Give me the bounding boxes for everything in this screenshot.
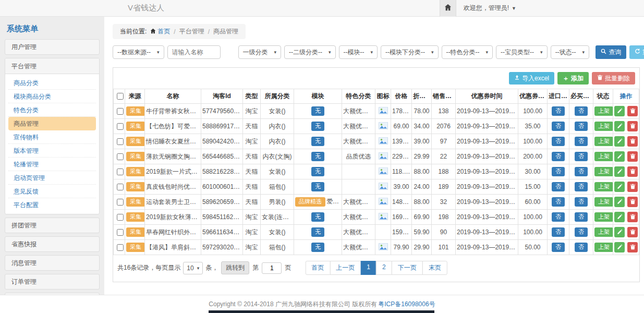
- delete-button[interactable]: [627, 197, 638, 207]
- breadcrumb-home-link[interactable]: 首页: [150, 27, 170, 36]
- sidebar-group[interactable]: 平台管理: [5, 58, 99, 74]
- sidebar-item-宣传物料[interactable]: 宣传物料: [8, 130, 96, 144]
- sidebar-item-商品分类[interactable]: 商品分类: [8, 76, 96, 90]
- mustbuy-toggle[interactable]: 否: [575, 122, 588, 130]
- filter-select[interactable]: --二级分类--▾: [284, 45, 336, 59]
- delete-button[interactable]: [627, 106, 638, 116]
- status-toggle[interactable]: 上架: [594, 182, 613, 191]
- product-image-icon[interactable]: [379, 169, 388, 176]
- module-badge[interactable]: 无: [311, 152, 324, 161]
- name-search-input[interactable]: [167, 45, 221, 59]
- import-toggle[interactable]: 否: [552, 212, 565, 221]
- sidebar-group[interactable]: 拼团管理: [5, 218, 100, 233]
- product-image-icon[interactable]: [379, 109, 388, 116]
- filter-select[interactable]: 一级分类▾: [238, 45, 282, 59]
- batch-delete-button[interactable]: 批量删除: [592, 72, 635, 85]
- module-badge[interactable]: 无: [311, 182, 324, 191]
- edit-button[interactable]: [614, 242, 625, 252]
- delete-button[interactable]: [627, 227, 638, 237]
- mustbuy-toggle[interactable]: 否: [575, 137, 588, 146]
- sidebar-item-模块商品分类[interactable]: 模块商品分类: [8, 90, 96, 103]
- import-toggle[interactable]: 否: [552, 106, 565, 115]
- edit-button[interactable]: [614, 197, 625, 207]
- sidebar-item-商品管理[interactable]: 商品管理: [8, 117, 96, 130]
- module-badge[interactable]: 无: [311, 243, 324, 251]
- edit-button[interactable]: [614, 166, 625, 177]
- import-toggle[interactable]: 否: [552, 122, 565, 130]
- product-image-icon[interactable]: [379, 154, 388, 161]
- import-toggle[interactable]: 否: [552, 152, 565, 161]
- breadcrumb-section[interactable]: 平台管理: [179, 27, 204, 36]
- sidebar-group[interactable]: 兑换管理: [5, 293, 100, 295]
- edit-button[interactable]: [614, 106, 625, 116]
- home-button[interactable]: [440, 0, 456, 17]
- add-button[interactable]: ＋ 添加: [557, 72, 589, 85]
- mustbuy-toggle[interactable]: 否: [575, 212, 588, 221]
- status-toggle[interactable]: 上架: [594, 167, 613, 176]
- select-all-checkbox[interactable]: [117, 93, 124, 100]
- icp-link[interactable]: 粤ICP备16098006号: [378, 300, 435, 309]
- edit-button[interactable]: [614, 182, 625, 192]
- import-toggle[interactable]: 否: [552, 137, 565, 146]
- module-badge[interactable]: 无: [311, 227, 324, 236]
- pager-item-首页[interactable]: 首页: [305, 261, 330, 275]
- mustbuy-toggle[interactable]: 否: [575, 182, 588, 191]
- delete-button[interactable]: [627, 182, 638, 192]
- edit-button[interactable]: [614, 121, 625, 131]
- reset-button[interactable]: 重置: [629, 45, 644, 59]
- sidebar-group[interactable]: 用户管理: [5, 39, 100, 55]
- module-badge[interactable]: 无: [311, 122, 324, 130]
- search-button[interactable]: 查询: [596, 45, 626, 59]
- row-checkbox[interactable]: [117, 138, 124, 145]
- import-toggle[interactable]: 否: [552, 197, 565, 206]
- module-badge[interactable]: 无: [311, 137, 324, 146]
- sidebar-item-轮播管理[interactable]: 轮播管理: [8, 158, 96, 171]
- edit-button[interactable]: [614, 136, 625, 147]
- module-badge[interactable]: 品牌精选: [295, 197, 325, 206]
- sidebar-group[interactable]: 订单管理: [5, 274, 100, 290]
- sidebar-item-版本管理[interactable]: 版本管理: [8, 144, 96, 158]
- product-image-icon[interactable]: [379, 184, 388, 191]
- row-checkbox[interactable]: [117, 214, 124, 221]
- mustbuy-toggle[interactable]: 否: [575, 152, 588, 161]
- status-toggle[interactable]: 上架: [594, 197, 613, 206]
- jump-button[interactable]: 跳转到: [221, 261, 249, 274]
- import-toggle[interactable]: 否: [552, 227, 565, 236]
- row-checkbox[interactable]: [117, 184, 124, 190]
- edit-button[interactable]: [614, 227, 625, 237]
- sidebar-item-启动页管理[interactable]: 启动页管理: [8, 171, 96, 185]
- filter-select[interactable]: --特色分类--▾: [442, 45, 493, 59]
- status-toggle[interactable]: 上架: [594, 243, 613, 251]
- row-checkbox[interactable]: [117, 229, 124, 236]
- mustbuy-toggle[interactable]: 否: [575, 197, 588, 206]
- user-menu[interactable]: 欢迎您，管理员! ▼: [464, 4, 516, 13]
- filter-select[interactable]: --状态--▾: [551, 45, 590, 59]
- product-image-icon[interactable]: [379, 124, 388, 131]
- status-toggle[interactable]: 上架: [594, 106, 613, 115]
- sidebar-group[interactable]: 消息管理: [5, 255, 100, 271]
- filter-select[interactable]: --模块--▾: [339, 45, 378, 59]
- delete-button[interactable]: [627, 212, 638, 222]
- import-excel-button[interactable]: 导入excel: [509, 72, 554, 85]
- pager-item-下一页[interactable]: 下一页: [392, 261, 423, 275]
- pager-item-上一页[interactable]: 上一页: [330, 261, 361, 275]
- row-checkbox[interactable]: [117, 199, 124, 206]
- import-toggle[interactable]: 否: [552, 182, 565, 191]
- delete-button[interactable]: [627, 121, 638, 131]
- delete-button[interactable]: [627, 151, 638, 162]
- module-badge[interactable]: 无: [311, 106, 324, 115]
- page-number-input[interactable]: [262, 262, 282, 274]
- import-toggle[interactable]: 否: [552, 167, 565, 176]
- mustbuy-toggle[interactable]: 否: [575, 227, 588, 236]
- status-toggle[interactable]: 上架: [594, 212, 613, 221]
- per-page-select[interactable]: 10 ▾: [183, 262, 203, 274]
- edit-button[interactable]: [614, 151, 625, 162]
- sidebar-item-特色分类[interactable]: 特色分类: [8, 103, 96, 117]
- module-badge[interactable]: 无: [311, 212, 324, 221]
- delete-button[interactable]: [627, 242, 638, 252]
- mustbuy-toggle[interactable]: 否: [575, 106, 588, 115]
- row-checkbox[interactable]: [117, 123, 124, 130]
- product-image-icon[interactable]: [379, 199, 388, 207]
- row-checkbox[interactable]: [117, 153, 124, 160]
- delete-button[interactable]: [627, 166, 638, 177]
